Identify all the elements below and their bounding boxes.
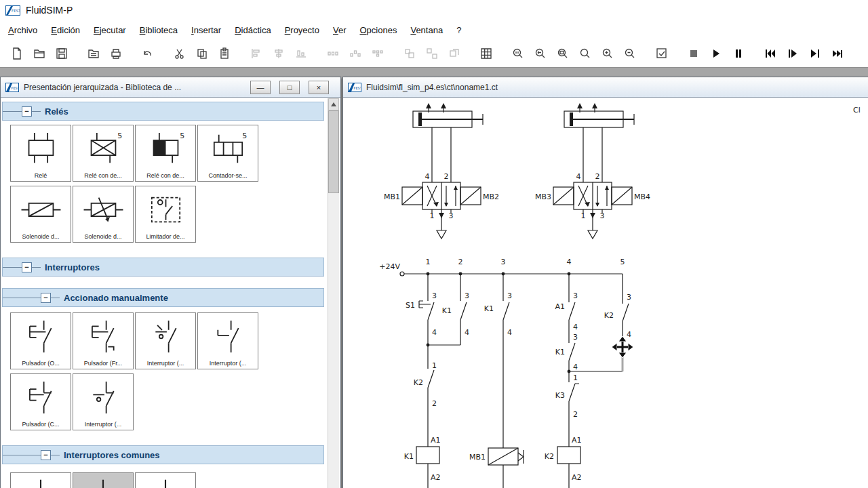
cylinder-valve-unit-1[interactable]: MB1 MB2 4 2 1 3: [384, 103, 499, 239]
arrange-button[interactable]: [443, 43, 465, 64]
align-bottom-button[interactable]: [290, 43, 312, 64]
copy-button[interactable]: [191, 43, 213, 64]
library-scrollbar[interactable]: [328, 98, 339, 488]
align-center-button[interactable]: [267, 43, 290, 64]
component-pulsador-no[interactable]: Pulsador (O...: [10, 312, 71, 369]
section-reles[interactable]: − Relés: [2, 102, 324, 121]
undo-icon: [142, 47, 154, 60]
svg-text:MB2: MB2: [483, 192, 499, 201]
pause-button[interactable]: [727, 43, 749, 64]
cylinder-valve-unit-2[interactable]: MB3 MB4 4 2 1 3: [535, 103, 650, 239]
save-button[interactable]: [50, 43, 73, 64]
grid-button[interactable]: [475, 43, 497, 64]
zoom-1-1-button[interactable]: [507, 43, 529, 64]
library-button[interactable]: [82, 43, 104, 64]
menu-ventana[interactable]: Ventana: [403, 22, 450, 38]
print-button[interactable]: [104, 43, 127, 64]
collapse-icon[interactable]: −: [22, 262, 32, 272]
circuit-window-titlebar[interactable]: FESTO Fluidsim\fl_sim_p4.es\ct\noname1.c…: [343, 77, 868, 98]
section-interruptores[interactable]: − Interruptores: [2, 258, 324, 277]
svg-text:1: 1: [432, 361, 437, 370]
menu-archivo[interactable]: Archivo: [1, 22, 44, 38]
component-solenoide-1[interactable]: Solenoide d...: [10, 186, 71, 243]
scroll-up-button[interactable]: [328, 98, 339, 110]
run-end-button[interactable]: [826, 43, 848, 64]
collapse-icon[interactable]: −: [41, 450, 51, 460]
festo-logo-icon: FESTO: [5, 83, 19, 92]
menu-insertar[interactable]: Insertar: [184, 22, 228, 38]
group-button[interactable]: [398, 43, 420, 64]
component-contacto-1[interactable]: [10, 472, 71, 488]
component-label: Contador-se...: [208, 172, 247, 179]
distribute-h-button[interactable]: [321, 43, 344, 64]
library-window-buttons: — □ ×: [250, 81, 336, 94]
component-contador[interactable]: 5 Contador-se...: [197, 125, 258, 182]
step-button[interactable]: [781, 43, 804, 64]
distribute-grid-button[interactable]: [366, 43, 389, 64]
library-window-titlebar[interactable]: FESTO Presentación jerarquizada - Biblio…: [1, 77, 340, 98]
zoom-previous-button[interactable]: [529, 43, 551, 64]
component-rele[interactable]: Relé: [10, 125, 71, 182]
close-button[interactable]: ×: [309, 81, 329, 94]
new-button[interactable]: [5, 43, 28, 64]
stop-button[interactable]: [682, 43, 705, 64]
tree-line: [3, 298, 41, 298]
switch-detent-icon: [205, 313, 252, 360]
svg-text:4: 4: [573, 363, 578, 371]
skip-forward-button[interactable]: [804, 43, 826, 64]
circuit-canvas[interactable]: Cl MB1 MB2 4 2 1 3 MB3 MB4 4: [343, 98, 868, 488]
minimize-button[interactable]: —: [250, 81, 271, 94]
ladder-diagram[interactable]: +24V 1 2 3 4 5 3 S1: [379, 258, 633, 488]
component-interruptor-nc[interactable]: Interruptor (...: [73, 373, 134, 430]
menu-proyecto[interactable]: Proyecto: [278, 22, 326, 38]
maximize-button[interactable]: □: [279, 81, 300, 94]
distribute-v-button[interactable]: [344, 43, 366, 64]
section-interruptores-comunes[interactable]: − Interruptores comunes: [2, 445, 324, 464]
component-interruptor-2[interactable]: Interruptor (...: [197, 312, 258, 369]
section-accionado-manualmente[interactable]: − Accionado manualmente: [2, 288, 324, 307]
svg-text:4: 4: [425, 172, 430, 181]
svg-text:A2: A2: [572, 473, 582, 482]
menu-didactica[interactable]: Didáctica: [228, 22, 277, 38]
zoom-out-button[interactable]: [618, 43, 641, 64]
open-button[interactable]: [28, 43, 50, 64]
switch-no-icon: [142, 313, 189, 360]
component-pulsador-nc[interactable]: Pulsador (C...: [10, 373, 71, 430]
collapse-icon[interactable]: −: [22, 106, 32, 117]
section-label: Interruptores comunes: [64, 450, 160, 460]
zoom-in-button[interactable]: [596, 43, 618, 64]
check-circuit-button[interactable]: [650, 43, 673, 64]
component-contacto-2-selected[interactable]: [73, 472, 134, 488]
menu-ayuda[interactable]: ?: [450, 22, 468, 38]
svg-text:3: 3: [449, 211, 454, 220]
component-pulsador-fr[interactable]: Pulsador (Fr...: [73, 312, 134, 369]
mdi-area: FESTO Presentación jerarquizada - Biblio…: [0, 68, 868, 488]
collapse-icon[interactable]: −: [41, 293, 51, 303]
undo-button[interactable]: [136, 43, 159, 64]
align-left-button[interactable]: [245, 43, 267, 64]
menu-ver[interactable]: Ver: [326, 22, 353, 38]
component-interruptor-1[interactable]: Interruptor (...: [135, 312, 196, 369]
component-limitador[interactable]: Limitador de...: [135, 186, 196, 243]
menu-edicion[interactable]: Edición: [44, 22, 87, 38]
zoom-all-button[interactable]: [574, 43, 596, 64]
component-contacto-3[interactable]: [135, 472, 196, 488]
app-title: FluidSIM-P: [26, 5, 73, 16]
skip-back-button[interactable]: [759, 43, 781, 64]
paste-button[interactable]: [213, 43, 235, 64]
menu-biblioteca[interactable]: Biblioteca: [133, 22, 184, 38]
menu-ejecutar[interactable]: Ejecutar: [87, 22, 133, 38]
component-row: Pulsador (O... Pulsador (Fr... Interrupt…: [1, 312, 340, 369]
svg-text:4: 4: [507, 328, 512, 337]
scrollbar-thumb[interactable]: [328, 110, 339, 193]
cut-button[interactable]: [168, 43, 191, 64]
svg-text:1: 1: [573, 373, 578, 382]
menu-opciones[interactable]: Opciones: [353, 22, 403, 38]
ungroup-button[interactable]: [420, 43, 443, 64]
svg-text:3: 3: [627, 293, 631, 302]
component-rele-con-retardo-con[interactable]: 5 Relé con de...: [73, 125, 134, 182]
play-button[interactable]: [705, 43, 727, 64]
component-solenoide-2[interactable]: Solenoide d...: [73, 186, 134, 243]
component-rele-con-retardo-des[interactable]: 5 Relé con de...: [135, 125, 196, 182]
zoom-window-button[interactable]: [551, 43, 574, 64]
